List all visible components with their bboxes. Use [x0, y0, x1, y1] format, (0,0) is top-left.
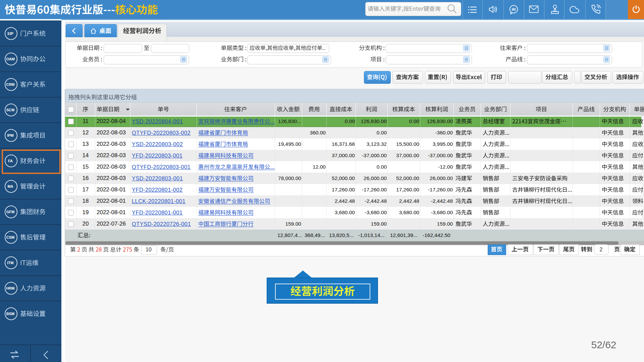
svg-text:IM: IM [512, 7, 516, 11]
